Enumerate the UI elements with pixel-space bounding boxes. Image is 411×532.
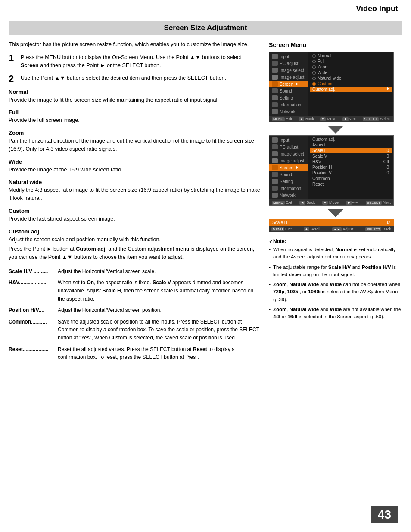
menu-item-pc-adjust-2: PC adjust	[269, 143, 308, 150]
step-1: 1 Press the MENU button to display the O…	[9, 53, 260, 70]
menu-item-information: Information	[269, 101, 308, 108]
right-column: Screen Menu Input PC adjust Image	[269, 41, 402, 365]
note-2: The adjustable range for Scale H/V and P…	[269, 264, 402, 279]
table-row-hv: H&V................... When set to On, t…	[9, 279, 260, 303]
option-natural-wide: Natural wide	[310, 75, 392, 81]
arrow-down-icon-1	[328, 126, 343, 134]
step-2-text: Use the Point ▲▼ buttons select the desi…	[21, 74, 226, 84]
row-scale-v: Scale V0	[310, 153, 392, 159]
menu-item-setting-2: Setting	[269, 178, 308, 185]
page-number: 43	[371, 506, 398, 523]
heading-normal: Normal	[9, 89, 260, 95]
body-natural-wide: Modify the 4:3 aspect ratio image to fit…	[9, 186, 260, 202]
heading-full: Full	[9, 109, 260, 115]
items-table: Scale H/V .......... Adjust the Horizont…	[9, 268, 260, 361]
note-3: Zoom, Natural wide and Wide can not be o…	[269, 281, 402, 303]
menu-item-network-2: Network	[269, 192, 308, 199]
table-row-common: Common........... Save the adjusted scal…	[9, 318, 260, 342]
menu-item-sound-2: Sound	[269, 171, 308, 178]
heading-wide: Wide	[9, 159, 260, 165]
dot-wide	[312, 71, 316, 75]
menu-right-panel-2: Custom adj. Aspect Scale H0 Scale V0 H&V…	[308, 136, 393, 199]
scale-h-value: 32	[386, 220, 390, 225]
dot-natural-wide	[312, 77, 316, 80]
step-1-text: Press the MENU button to display the On-…	[21, 53, 260, 70]
setting-icon-2	[272, 179, 278, 184]
note-1: When no signal is detected, Normal is se…	[269, 246, 402, 261]
image-adjust-icon	[272, 75, 278, 80]
heading-zoom: Zoom	[9, 130, 260, 136]
menu-item-screen: Screen	[269, 81, 308, 87]
menu-item-input-2: Input	[269, 137, 308, 143]
option-wide: Wide	[310, 70, 392, 75]
menu-item-image-adjust: Image adjust	[269, 74, 308, 81]
table-row-position-hv: Position H/V.... Adjust the Horizontal/V…	[9, 306, 260, 314]
option-custom: Custom	[310, 81, 392, 87]
menu-item-setting: Setting	[269, 94, 308, 101]
item-label-hv: H&V...................	[9, 279, 56, 287]
menu-screenshot-1: Input PC adjust Image select Image adjus…	[269, 52, 394, 122]
note-4: Zoom, Natural wide and Wide are not avai…	[269, 306, 402, 321]
menu-bottom-bar-2: MENU Exit ◄ Back ✦ Move ►----- SELECT Ne…	[269, 199, 393, 205]
information-icon	[272, 102, 278, 107]
scale-h-bar: Scale H 32	[269, 219, 394, 226]
item-desc-scale-hv: Adjust the Horizontal/Vertical screen sc…	[58, 268, 156, 276]
dot-zoom	[312, 65, 316, 69]
row-aspect: Aspect	[310, 142, 392, 148]
network-icon-2	[272, 193, 278, 198]
body-normal: Provide the image to fit the screen size…	[9, 96, 260, 104]
header-title: Video Input	[356, 4, 398, 13]
notes-section: ✓Note: When no signal is detected, Norma…	[269, 238, 402, 320]
screen-icon-2	[272, 165, 278, 170]
menu-item-screen-2: Screen	[269, 164, 308, 171]
item-desc-common: Save the adjusted scale or position to a…	[58, 318, 260, 342]
information-icon-2	[272, 186, 278, 191]
menu-item-information-2: Information	[269, 185, 308, 192]
menu-left-panel-1: Input PC adjust Image select Image adjus…	[269, 52, 308, 116]
section-title: Screen Size Adjustment	[9, 21, 402, 35]
item-desc-hv: When set to On, the aspect ratio is fixe…	[58, 279, 260, 303]
menu-left-panel-2: Input PC adjust Image select Image adjus…	[269, 136, 308, 199]
pc-adjust-icon-2	[272, 144, 278, 149]
menu-item-pc-adjust: PC adjust	[269, 60, 308, 67]
menu-item-input: Input	[269, 53, 308, 60]
item-label-scale-hv: Scale H/V ..........	[9, 268, 56, 276]
screen-arrow	[296, 82, 298, 86]
sound-icon	[272, 88, 278, 93]
menu-item-image-select-2: Image select	[269, 150, 308, 157]
dot-custom	[312, 82, 316, 86]
custom-adj-title-2: Custom adj.	[310, 137, 392, 142]
body-wide: Provide the image at the 16:9 wide scree…	[9, 166, 260, 174]
table-row-scale-hv: Scale H/V .......... Adjust the Horizont…	[9, 268, 260, 276]
network-icon	[272, 109, 278, 114]
custom-adj-bar-1: Custom adj.	[310, 87, 392, 92]
option-normal: Normal	[310, 53, 392, 59]
item-desc-position-hv: Adjust the Horizontal/Vertical screen po…	[58, 306, 162, 314]
step-2-number: 2	[9, 74, 17, 84]
option-full: Full	[310, 59, 392, 64]
intro-text: This projector has the picture screen re…	[9, 41, 260, 47]
menu-item-network: Network	[269, 108, 308, 115]
heading-natural-wide: Natural wide	[9, 179, 260, 185]
pc-adjust-icon	[272, 61, 278, 66]
heading-custom-adj: Custom adj.	[9, 228, 260, 235]
body-zoom: Pan the horizontal direction of the imag…	[9, 137, 260, 153]
left-column: This projector has the picture screen re…	[9, 41, 260, 365]
arrow-down-1	[269, 126, 402, 134]
image-adjust-icon-2	[272, 158, 278, 163]
sound-icon-2	[272, 172, 278, 177]
body-full: Provide the full screen image.	[9, 116, 260, 124]
screen-arrow-2	[296, 166, 298, 169]
row-common: Common	[310, 176, 392, 181]
dot-full	[312, 60, 316, 63]
table-row-reset: Reset.................. Reset the all ad…	[9, 345, 260, 361]
menu-item-sound: Sound	[269, 87, 308, 94]
row-scale-h: Scale H0	[310, 148, 392, 153]
custom-adj-arrow	[387, 87, 389, 90]
step-1-number: 1	[9, 53, 17, 70]
item-label-position-hv: Position H/V....	[9, 306, 56, 314]
screen-menu-title: Screen Menu	[269, 41, 402, 48]
main-content: This projector has the picture screen re…	[0, 41, 411, 365]
row-position-h: Position H0	[310, 165, 392, 170]
input-icon	[272, 54, 278, 59]
